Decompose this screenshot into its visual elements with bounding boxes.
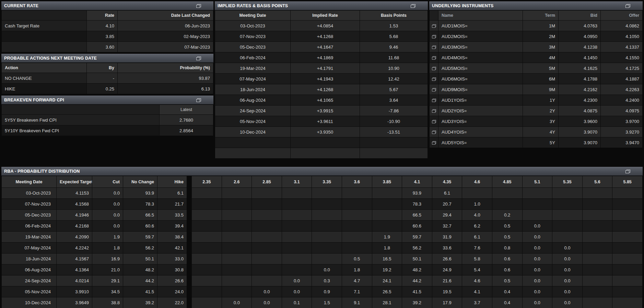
cell-popout[interactable] — [430, 63, 438, 74]
cell-instrument-name[interactable]: AUD4YOIS= — [438, 127, 523, 137]
cell-bid: 4.0950 — [559, 31, 601, 42]
cell-instrument-name[interactable]: AUD2MOIS= — [438, 31, 523, 42]
cell-implied-rate — [291, 148, 360, 159]
col-header-latest: Latest — [160, 105, 213, 115]
cell-no-change: 78.3 — [123, 199, 157, 210]
cell-term: 1Y — [523, 95, 559, 106]
cell-prob-bucket: 44.2 — [402, 275, 432, 286]
popout-icon[interactable] — [432, 46, 436, 49]
popout-icon[interactable] — [432, 109, 436, 113]
popout-icon[interactable] — [432, 67, 436, 70]
cell-prob-bucket: 0.4 — [492, 286, 522, 297]
cell-prob-bucket — [522, 199, 552, 210]
cell-expected-target-rate: 4.2242 — [57, 243, 92, 254]
table-row: AUD2YOIS= 2Y 4.0875 4.0975 — [430, 106, 643, 116]
popout-icon[interactable] — [432, 120, 436, 123]
cell-offer: 4.2400 — [601, 95, 643, 106]
cell-popout[interactable] — [430, 95, 438, 106]
table-row: NO CHANGE - 93.87 — [2, 73, 213, 84]
cell-instrument-name[interactable]: AUD4MOIS= — [438, 52, 523, 63]
cell-prob-bucket — [342, 221, 372, 232]
cell-instrument-name[interactable]: AUD1YOIS= — [438, 95, 523, 106]
table-row: 06-Aug-2024 +4.1065 3.64 — [215, 95, 428, 106]
panel-titlebar[interactable]: BREAKEVEN FORWARD CPI — [1, 96, 213, 104]
cell-prob-bucket — [252, 254, 282, 264]
cell-prob-bucket — [462, 188, 492, 199]
cell-instrument-name[interactable]: AUD1MOIS= — [438, 21, 523, 31]
panel-titlebar[interactable]: CURRENT RATE — [1, 1, 213, 10]
cell-implied-rate: +4.1869 — [291, 52, 360, 63]
panel-titlebar[interactable]: PROBABLE ACTIONS NEXT MEETING DATE — [1, 54, 213, 63]
cell-prob-bucket: 59.7 — [402, 232, 432, 243]
cell-term: 5M — [523, 63, 559, 74]
cell-instrument-name[interactable]: AUD3MOIS= — [438, 42, 523, 52]
cell-bid: 4.1625 — [559, 63, 601, 74]
popout-icon[interactable] — [196, 4, 201, 8]
cell-prob-bucket — [312, 199, 342, 210]
panel-titlebar[interactable]: UNDERLYING INSTRUMENTS — [429, 1, 643, 10]
popout-icon[interactable] — [432, 141, 436, 145]
popout-icon[interactable] — [432, 88, 436, 91]
cell-no-change: 41.5 — [123, 286, 157, 297]
popout-icon[interactable] — [432, 77, 436, 81]
cell-prob-bucket — [282, 243, 312, 254]
cell-basis-points: 3.64 — [360, 95, 428, 106]
cell-prob-bucket — [312, 232, 342, 243]
cell-prob-bucket: 0.0 — [522, 264, 552, 275]
cell-instrument-name[interactable]: AUD2YOIS= — [438, 106, 523, 116]
col-header-bucket: 3.1 — [282, 176, 312, 188]
cell-popout[interactable] — [430, 31, 438, 42]
cell-prob-bucket — [342, 210, 372, 221]
popout-icon[interactable] — [432, 131, 436, 134]
col-header-bid: Bid — [559, 11, 601, 21]
table-row: HIKE 0.25 6.13 — [2, 84, 213, 94]
col-header-name: Name — [438, 11, 523, 21]
cell-prob-bucket — [252, 264, 282, 275]
cell-instrument-name[interactable]: AUD5YOIS= — [438, 137, 523, 148]
cell-popout[interactable] — [430, 106, 438, 116]
cell-prob-bucket — [552, 210, 583, 221]
table-row: AUD6MOIS= 6M 4.1788 4.1887 — [430, 74, 643, 84]
cell-spacer — [187, 232, 192, 243]
cell-popout[interactable] — [430, 137, 438, 148]
cell-prob-bucket: 31.9 — [432, 232, 462, 243]
cell-prob-bucket: 0.0 — [282, 275, 312, 286]
popout-icon[interactable] — [432, 35, 436, 38]
cell-term: 2Y — [523, 106, 559, 116]
cell-action: HIKE — [2, 84, 87, 94]
table-row: 07-Nov-2023 4.1568 0.0 78.3 21.7 78. — [2, 199, 643, 210]
cell-instrument-name[interactable]: AUD5MOIS= — [438, 63, 523, 74]
panel-titlebar[interactable]: IMPLIED RATES & BASIS POINTS — [215, 1, 428, 10]
cell-basis-points — [360, 137, 428, 148]
cell-popout[interactable] — [430, 74, 438, 84]
cell-instrument-name[interactable]: AUD9MOIS= — [438, 84, 523, 95]
cell-implied-rate: +4.1791 — [291, 63, 360, 74]
col-header-probability: Probability (%) — [118, 63, 213, 73]
cell-prob-bucket: 29.4 — [432, 210, 462, 221]
cell-instrument-name[interactable]: AUD3YOIS= — [438, 116, 523, 127]
popout-icon[interactable] — [411, 4, 415, 8]
cell-popout[interactable] — [430, 21, 438, 31]
table-row: 18-Jun-2024 4.1567 16.9 50.1 33.0 0.5 16… — [2, 254, 643, 264]
panel-titlebar[interactable]: RBA - PROBABILITY DISTRIBUTION — [1, 167, 643, 176]
popout-icon[interactable] — [196, 98, 201, 102]
popout-icon[interactable] — [432, 24, 436, 28]
popout-icon[interactable] — [625, 170, 630, 173]
cell-prob-bucket — [282, 210, 312, 221]
cell-bid: 4.1788 — [559, 74, 601, 84]
cell-popout[interactable] — [430, 42, 438, 52]
cell-popout[interactable] — [430, 127, 438, 137]
cell-prob-bucket — [252, 188, 282, 199]
cell-prob-bucket: 0.0 — [252, 297, 282, 308]
popout-icon[interactable] — [196, 57, 201, 60]
cell-instrument-name[interactable]: AUD6MOIS= — [438, 74, 523, 84]
cell-popout[interactable] — [430, 84, 438, 95]
cell-prob-bucket: 0.0 — [522, 297, 552, 308]
popout-icon[interactable] — [625, 4, 630, 8]
cell-popout[interactable] — [430, 116, 438, 127]
popout-icon[interactable] — [432, 56, 436, 60]
cell-popout[interactable] — [430, 52, 438, 63]
cell-implied-rate: +3.9611 — [291, 116, 360, 127]
popout-icon[interactable] — [432, 99, 436, 102]
col-header-hike: Hike — [157, 176, 187, 188]
